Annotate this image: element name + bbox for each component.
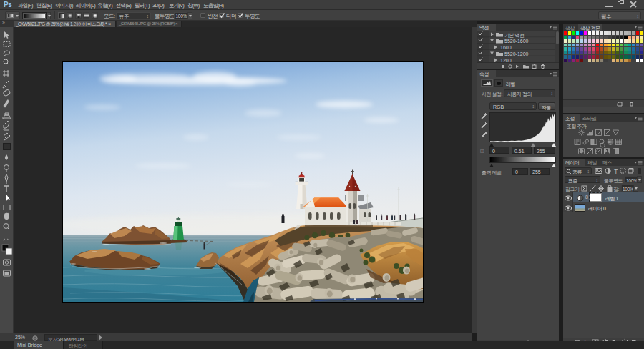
svg-text:T: T — [614, 168, 618, 175]
